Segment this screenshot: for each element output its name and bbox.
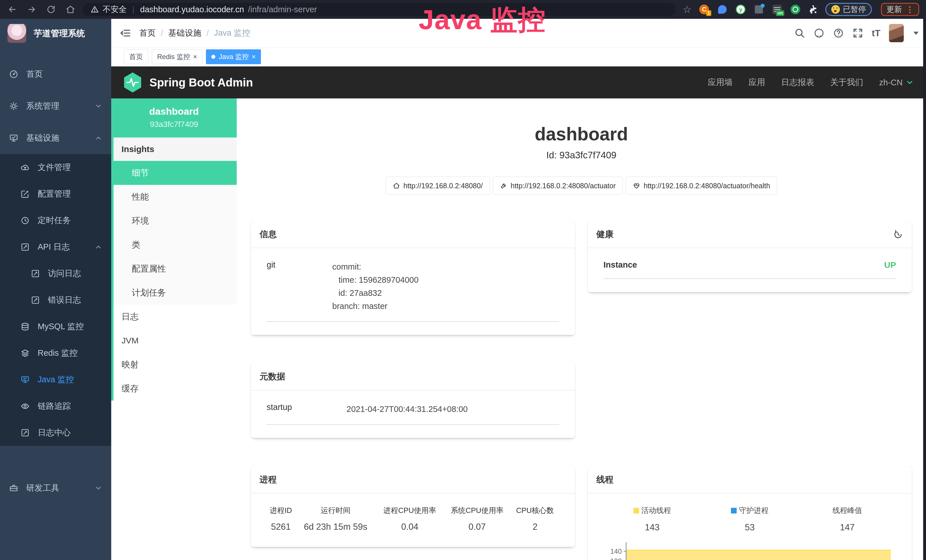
sba-item-details[interactable]: 细节 [113,161,237,185]
sidebar-item-label: 系统管理 [26,100,59,112]
sidebar-item-label: 配置管理 [38,188,71,200]
info-card-title: 信息 [260,229,277,240]
tab-redis[interactable]: Redis 监控 × [152,49,203,64]
sidebar-item-system[interactable]: 系统管理 [0,90,111,122]
extension-y-icon[interactable]: y [735,4,746,15]
sidebar-item-dev-tools[interactable]: 研发工具 [0,472,111,504]
app-sidebar: 芋道管理系统 首页 系统管理 基础设施 文件管理 配置管理 [0,19,111,560]
sidebar-item-mysql[interactable]: MySQL 监控 [0,313,111,340]
sba-item-classes[interactable]: 类 [113,233,237,257]
sba-item-environment[interactable]: 环境 [113,209,237,233]
github-icon[interactable] [814,28,825,38]
metadata-startup-label: startup [267,403,346,416]
cloud-upload-icon [21,163,30,172]
sba-item-mappings[interactable]: 映射 [113,353,237,377]
sba-item-metrics[interactable]: 性能 [113,185,237,209]
sidebar-item-redis[interactable]: Redis 监控 [0,340,111,366]
sidebar-item-api-log[interactable]: API 日志 [0,234,111,260]
metadata-startup-value: 2021-04-27T00:44:31.254+08:00 [346,403,468,416]
tab-java[interactable]: Java 监控 × [206,49,261,64]
update-label: 更新 [887,4,902,15]
extension-badge-on: on [776,10,785,16]
sidebar-item-home[interactable]: 首页 [0,58,111,90]
chevron-up-icon [95,243,102,251]
sidebar-fold-icon[interactable] [120,27,131,39]
sba-nav-journal[interactable]: 日志报表 [781,77,814,88]
browser-back-icon[interactable] [8,5,17,14]
sba-nav-about[interactable]: 关于我们 [830,77,863,88]
process-card: 进程 进程ID 运行时间 进程CPU使用率 系统CPU使用率 CPU核心数 [251,466,575,547]
actuator-url-button[interactable]: http://192.168.0.2:48080/actuator [493,177,623,195]
url-path[interactable]: /infra/admin-server [248,5,317,14]
main-area: 首页 / 基础设施 / Java 监控 tT 首页 Redis [111,19,926,560]
profile-paused-badge[interactable]: 已暂停 [825,3,872,16]
extension-grid-icon[interactable] [754,4,764,15]
sidebar-item-infra[interactable]: 基础设施 [0,122,111,154]
bookmark-star-icon[interactable]: ☆ [683,5,691,14]
security-label[interactable]: 不安全 [103,4,127,15]
threads-area-chart: 140 120 100 [604,542,896,560]
sba-nav-applications[interactable]: 应用 [749,77,765,88]
process-col-proc-cpu: 进程CPU使用率 [376,506,443,522]
screen: 不安全 | dashboard.yudao.iocoder.cn/infra/a… [0,0,926,560]
health-card-title: 健康 [596,229,613,240]
browser-home-icon[interactable] [66,5,75,14]
sba-brand[interactable]: Spring Boot Admin [123,72,253,93]
process-pid-value: 5261 [267,522,295,532]
chevron-down-icon [905,78,914,87]
sba-nav-wallboard[interactable]: 应用墙 [708,77,732,88]
sidebar-item-file[interactable]: 文件管理 [0,154,111,180]
sba-item-jvm[interactable]: JVM [113,328,237,353]
tag-tabs-bar: 首页 Redis 监控 × Java 监控 × [111,47,926,67]
sba-locale-select[interactable]: zh-CN [879,78,914,87]
sba-instance-header[interactable]: dashboard 93a3fc7f7409 [111,98,237,138]
health-history-icon[interactable] [893,229,903,240]
tab-label: Java 监控 [219,52,249,61]
user-caret-down-icon[interactable] [914,32,918,35]
sba-item-scheduled[interactable]: 计划任务 [113,281,237,305]
browser-reload-icon[interactable] [46,5,56,14]
app-logo-row[interactable]: 芋道管理系统 [0,19,111,48]
browser-forward-icon[interactable] [27,5,36,14]
extension-orange-icon[interactable]: C1 [699,4,710,15]
instance-url-buttons: http://192.168.0.2:48080/ http://192.168… [237,177,926,195]
extensions-puzzle-icon[interactable] [808,5,818,14]
sba-item-caches[interactable]: 缓存 [113,377,237,401]
git-branch-line: branch: master [332,300,419,313]
url-domain[interactable]: dashboard.yudao.iocoder.cn [140,5,244,14]
sidebar-item-config[interactable]: 配置管理 [0,180,111,207]
process-sys-cpu-value: 0.07 [443,522,511,532]
tab-close-icon[interactable]: × [193,53,197,60]
browser-update-button[interactable]: 更新 ⋮ [881,3,919,16]
health-url-button[interactable]: http://192.168.0.2:48080/actuator/health [626,177,777,195]
sba-content: dashboard Id: 93a3fc7f7409 http://192.16… [237,98,926,560]
search-icon[interactable] [794,28,805,38]
tab-home[interactable]: 首页 [124,49,148,64]
process-values-row: 5261 6d 23h 15m 59s 0.04 0.07 2 [267,522,559,532]
info-git-row: git commit: time: 1596289704000 id: 27aa… [267,260,559,322]
breadcrumb-infra[interactable]: 基础设施 [168,27,201,39]
sidebar-item-trace[interactable]: 链路追踪 [0,393,111,419]
sba-item-logs[interactable]: 日志 [113,305,237,328]
tab-close-icon[interactable]: × [251,53,256,60]
fullscreen-icon[interactable] [852,28,863,38]
sidebar-item-job[interactable]: 定时任务 [0,207,111,234]
sba-item-config-props[interactable]: 配置属性 [113,257,237,281]
extension-switch-icon[interactable]: on [772,4,782,15]
extension-leaf-icon[interactable] [790,4,801,15]
security-warning-icon[interactable] [91,5,99,14]
user-avatar[interactable] [889,24,904,42]
extension-badge-count: 1 [706,10,711,16]
address-bar[interactable]: 不安全 | dashboard.yudao.iocoder.cn/infra/a… [83,3,676,16]
git-commit-line: commit: [332,260,419,273]
extension-pin-icon[interactable] [717,4,728,15]
browser-menu-icon[interactable]: ⋮ [906,5,914,14]
sidebar-item-log-center[interactable]: 日志中心 [0,419,111,446]
sidebar-item-access-log[interactable]: 访问日志 [0,260,111,287]
service-url-button[interactable]: http://192.168.0.2:48080/ [386,177,490,195]
help-icon[interactable] [833,28,844,38]
sidebar-item-java[interactable]: Java 监控 [0,366,111,393]
sidebar-item-error-log[interactable]: 错误日志 [0,287,111,313]
font-size-icon[interactable]: tT [872,28,881,38]
breadcrumb-home[interactable]: 首页 [139,27,156,39]
